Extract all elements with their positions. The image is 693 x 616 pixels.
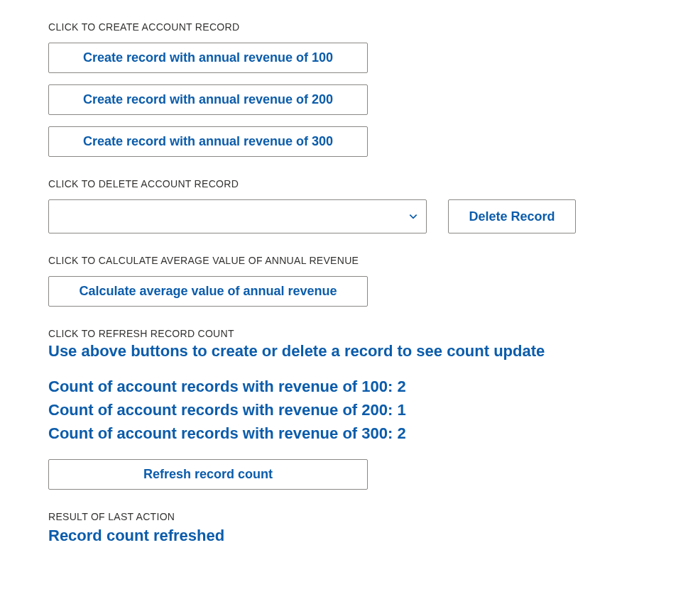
- create-record-300-button[interactable]: Create record with annual revenue of 300: [48, 126, 368, 157]
- delete-row: Delete Record: [48, 199, 693, 233]
- refresh-count-button[interactable]: Refresh record count: [48, 459, 368, 490]
- create-record-200-button[interactable]: Create record with annual revenue of 200: [48, 84, 368, 115]
- count-line-100: Count of account records with revenue of…: [48, 375, 693, 398]
- create-section: CLICK TO CREATE ACCOUNT RECORD Create re…: [48, 21, 693, 157]
- count-lines: Count of account records with revenue of…: [48, 375, 693, 445]
- calculate-average-button[interactable]: Calculate average value of annual revenu…: [48, 276, 368, 307]
- result-section: RESULT OF LAST ACTION Record count refre…: [48, 511, 693, 545]
- calculate-section: CLICK TO CALCULATE AVERAGE VALUE OF ANNU…: [48, 255, 693, 307]
- calculate-section-label: CLICK TO CALCULATE AVERAGE VALUE OF ANNU…: [48, 255, 693, 266]
- result-text: Record count refreshed: [48, 527, 693, 545]
- record-select[interactable]: [48, 199, 427, 233]
- result-section-label: RESULT OF LAST ACTION: [48, 511, 693, 522]
- create-record-100-button[interactable]: Create record with annual revenue of 100: [48, 43, 368, 73]
- delete-record-button[interactable]: Delete Record: [448, 199, 576, 233]
- record-select-wrap: [48, 199, 427, 233]
- delete-section-label: CLICK TO DELETE ACCOUNT RECORD: [48, 178, 693, 189]
- count-line-200: Count of account records with revenue of…: [48, 398, 693, 422]
- refresh-info-text: Use above buttons to create or delete a …: [48, 342, 693, 361]
- refresh-section-label: CLICK TO REFRESH RECORD COUNT: [48, 328, 693, 339]
- create-section-label: CLICK TO CREATE ACCOUNT RECORD: [48, 21, 693, 33]
- refresh-section: CLICK TO REFRESH RECORD COUNT Use above …: [48, 328, 693, 490]
- count-line-300: Count of account records with revenue of…: [48, 422, 693, 445]
- delete-section: CLICK TO DELETE ACCOUNT RECORD Delete Re…: [48, 178, 693, 233]
